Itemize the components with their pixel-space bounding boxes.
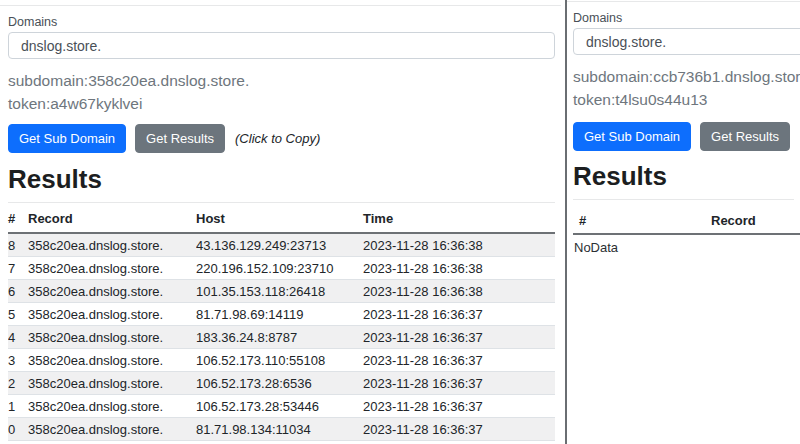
left-results-tbody: 8 358c20ea.dnslog.store. 43.136.129.249:… bbox=[8, 233, 555, 441]
no-data-row: NoData bbox=[573, 234, 800, 258]
cell-time: 2023-11-28 16:36:37 bbox=[363, 326, 555, 349]
cell-host: 43.136.129.249:23713 bbox=[196, 233, 363, 257]
right-results-tbody: NoData bbox=[573, 234, 800, 258]
cell-time: 2023-11-28 16:36:37 bbox=[363, 303, 555, 326]
cell-time: 2023-11-28 16:36:38 bbox=[363, 233, 555, 257]
cell-host: 106.52.173.28:53446 bbox=[196, 395, 363, 418]
cell-record: 358c20ea.dnslog.store. bbox=[28, 233, 196, 257]
get-results-button[interactable]: Get Results bbox=[135, 124, 225, 153]
cell-index: 7 bbox=[8, 257, 28, 280]
table-row: 1 358c20ea.dnslog.store. 106.52.173.28:5… bbox=[8, 395, 555, 418]
domains-label: Domains bbox=[8, 15, 555, 29]
table-row: 5 358c20ea.dnslog.store. 81.71.98.69:141… bbox=[8, 303, 555, 326]
get-subdomain-button[interactable]: Get Sub Domain bbox=[573, 122, 691, 151]
table-header-row: # Record Host Time bbox=[8, 203, 555, 233]
results-heading: Results bbox=[573, 161, 794, 191]
table-row: 3 358c20ea.dnslog.store. 106.52.173.110:… bbox=[8, 349, 555, 372]
cell-index: 5 bbox=[8, 303, 28, 326]
results-table: # Record NoData bbox=[573, 200, 800, 258]
cell-record: 358c20ea.dnslog.store. bbox=[28, 326, 196, 349]
subdomain-text[interactable]: subdomain:358c20ea.dnslog.store. bbox=[8, 72, 555, 90]
click-to-copy-hint: (Click to Copy) bbox=[235, 131, 320, 146]
cell-host: 106.52.173.28:6536 bbox=[196, 372, 363, 395]
cell-record: 358c20ea.dnslog.store. bbox=[28, 395, 196, 418]
table-row: 0 358c20ea.dnslog.store. 81.71.98.134:11… bbox=[8, 418, 555, 441]
cell-record: 358c20ea.dnslog.store. bbox=[28, 372, 196, 395]
domain-input[interactable] bbox=[573, 28, 800, 55]
col-header-record: Record bbox=[28, 203, 196, 233]
cell-time: 2023-11-28 16:36:37 bbox=[363, 372, 555, 395]
table-row: 6 358c20ea.dnslog.store. 101.35.153.118:… bbox=[8, 280, 555, 303]
top-divider-rule bbox=[567, 1, 800, 2]
cell-record: 358c20ea.dnslog.store. bbox=[28, 280, 196, 303]
cell-time: 2023-11-28 16:36:38 bbox=[363, 257, 555, 280]
col-header-host: Host bbox=[196, 203, 363, 233]
cell-record: 358c20ea.dnslog.store. bbox=[28, 257, 196, 280]
col-header-num: # bbox=[573, 200, 703, 234]
cell-host: 220.196.152.109:23710 bbox=[196, 257, 363, 280]
col-header-time: Time bbox=[363, 203, 555, 233]
cell-index: 4 bbox=[8, 326, 28, 349]
cell-record: 358c20ea.dnslog.store. bbox=[28, 349, 196, 372]
cell-host: 183.36.24.8:8787 bbox=[196, 326, 363, 349]
col-header-num: # bbox=[8, 203, 28, 233]
cell-index: 2 bbox=[8, 372, 28, 395]
token-text: token:a4w67kyklvei bbox=[8, 95, 555, 113]
no-data-cell: NoData bbox=[573, 234, 800, 258]
get-results-button[interactable]: Get Results bbox=[700, 122, 790, 151]
subdomain-text[interactable]: subdomain:ccb736b1.dnslog.store. bbox=[573, 68, 794, 86]
button-row: Get Sub Domain Get Results (Click to Cop… bbox=[8, 124, 555, 153]
token-text: token:t4lsu0s44u13 bbox=[573, 91, 794, 109]
right-window: Domains subdomain:ccb736b1.dnslog.store.… bbox=[567, 0, 800, 444]
cell-host: 81.71.98.69:14119 bbox=[196, 303, 363, 326]
cell-time: 2023-11-28 16:36:38 bbox=[363, 280, 555, 303]
table-row: 4 358c20ea.dnslog.store. 183.36.24.8:878… bbox=[8, 326, 555, 349]
domain-input[interactable] bbox=[8, 32, 555, 59]
cell-record: 358c20ea.dnslog.store. bbox=[28, 303, 196, 326]
cell-record: 358c20ea.dnslog.store. bbox=[28, 418, 196, 441]
cell-index: 0 bbox=[8, 418, 28, 441]
results-heading: Results bbox=[8, 164, 555, 194]
cell-index: 8 bbox=[8, 233, 28, 257]
cell-index: 6 bbox=[8, 280, 28, 303]
cell-time: 2023-11-28 16:36:37 bbox=[363, 395, 555, 418]
table-row: 8 358c20ea.dnslog.store. 43.136.129.249:… bbox=[8, 233, 555, 257]
cell-time: 2023-11-28 16:36:37 bbox=[363, 349, 555, 372]
table-row: 7 358c20ea.dnslog.store. 220.196.152.109… bbox=[8, 257, 555, 280]
results-table: # Record Host Time 8 358c20ea.dnslog.sto… bbox=[8, 203, 555, 441]
col-header-record: Record bbox=[703, 200, 800, 234]
left-window: Domains subdomain:358c20ea.dnslog.store.… bbox=[0, 0, 563, 444]
domains-label: Domains bbox=[573, 11, 794, 25]
cell-index: 1 bbox=[8, 395, 28, 418]
top-divider-rule bbox=[0, 5, 561, 6]
cell-host: 101.35.153.118:26418 bbox=[196, 280, 363, 303]
cell-host: 106.52.173.110:55108 bbox=[196, 349, 363, 372]
cell-host: 81.71.98.134:11034 bbox=[196, 418, 363, 441]
cell-time: 2023-11-28 16:36:37 bbox=[363, 418, 555, 441]
table-row: 2 358c20ea.dnslog.store. 106.52.173.28:6… bbox=[8, 372, 555, 395]
button-row: Get Sub Domain Get Results (Click to Cop… bbox=[573, 122, 794, 151]
cell-index: 3 bbox=[8, 349, 28, 372]
table-header-row: # Record bbox=[573, 200, 800, 234]
get-subdomain-button[interactable]: Get Sub Domain bbox=[8, 124, 126, 153]
